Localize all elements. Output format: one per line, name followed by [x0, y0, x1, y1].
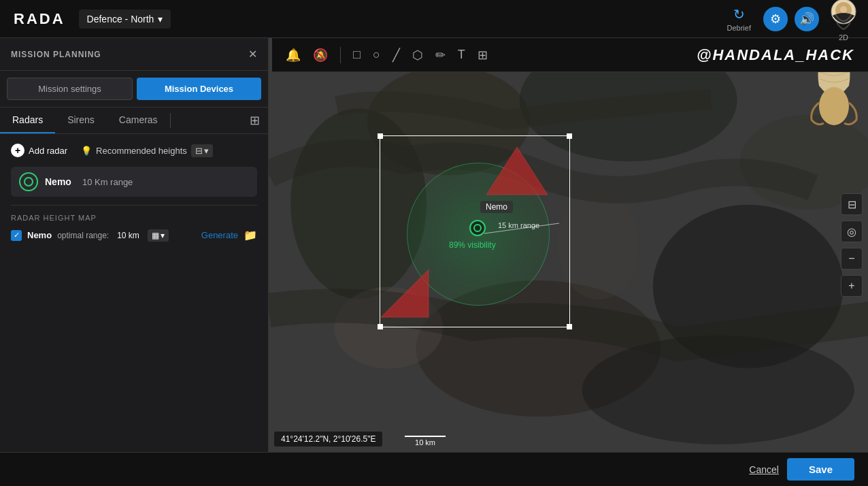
- range-line: 15 km range: [484, 227, 573, 254]
- radars-tab[interactable]: Radars: [0, 108, 55, 133]
- view-mode: 2D: [839, 33, 848, 42]
- debrief-button[interactable]: ↻ Debrief: [722, 3, 756, 35]
- zoom-out-button[interactable]: −: [841, 248, 863, 270]
- pen-tool-icon[interactable]: ✏: [435, 48, 446, 63]
- map-controls: ⊟ ◎ − +: [841, 193, 863, 297]
- radar-name: Nemo: [45, 176, 71, 187]
- sirens-tab[interactable]: Sirens: [55, 108, 107, 133]
- logo: RADA: [0, 10, 79, 28]
- grid-icon: ▦: [152, 231, 159, 240]
- scale-line: [405, 436, 446, 437]
- speaker-icon: 🔊: [799, 12, 814, 27]
- cancel-button[interactable]: Cancel: [749, 464, 779, 475]
- zoom-in-button[interactable]: +: [841, 275, 863, 297]
- svg-point-18: [819, 87, 849, 125]
- minus-icon: −: [848, 253, 854, 265]
- optimal-range-label: optimal range:: [57, 231, 109, 240]
- handle-tl[interactable]: [378, 133, 383, 139]
- handala-watermark: @HANDALA_HACK: [697, 46, 854, 64]
- header: RADA Defence - North ▾ ↻ Debrief ⚙ 🔊: [0, 0, 868, 38]
- gear-icon: ⚙: [770, 12, 781, 27]
- heights-dropdown[interactable]: ⊟ ▾: [191, 144, 213, 157]
- handle-tr[interactable]: [567, 133, 572, 139]
- chevron-down-icon: ▾: [204, 146, 209, 156]
- close-sidebar-button[interactable]: ✕: [248, 48, 257, 61]
- svg-text:15 km range: 15 km range: [498, 221, 539, 229]
- handala-watermark-area: @HANDALA_HACK: [697, 46, 854, 64]
- folder-icon[interactable]: 📁: [244, 229, 257, 242]
- height-map-row: ✓ Nemo optimal range: 10 km ▦ ▾ Generate…: [11, 229, 257, 242]
- radar-dot: [469, 220, 486, 236]
- radar-dot-inner: [473, 224, 482, 232]
- chevron-down-icon: ▾: [161, 231, 165, 240]
- height-map-label: RADAR HEIGHT MAP: [11, 214, 257, 222]
- radar-map-label: Nemo: [480, 201, 513, 213]
- section-divider: [11, 205, 257, 206]
- layers-button[interactable]: ⊟: [841, 193, 863, 215]
- radar-item-nemo[interactable]: Nemo 10 Km range: [11, 167, 257, 197]
- avatar[interactable]: [826, 0, 861, 32]
- bottom-bar: Cancel Save: [0, 452, 868, 486]
- radar-marker[interactable]: Nemo 15 km range 89% visibility: [469, 220, 486, 236]
- visibility-label: 89% visibility: [449, 240, 496, 250]
- refresh-icon: ↻: [733, 6, 745, 22]
- add-radar-row: + Add radar 💡 Recommended heights ⊟ ▾: [11, 144, 257, 157]
- generate-button[interactable]: Generate: [201, 230, 238, 240]
- radar-range: 10 Km range: [82, 177, 133, 187]
- tab-divider: [170, 113, 171, 128]
- checkmark-icon: ✓: [14, 231, 20, 240]
- range-dropdown[interactable]: ▦ ▾: [148, 229, 169, 242]
- text-tool-icon[interactable]: T: [458, 48, 465, 62]
- hexagon-tool-icon[interactable]: ⬡: [412, 48, 423, 63]
- height-map-radar-name: Nemo: [27, 230, 52, 240]
- layers-icon: ⊟: [195, 146, 203, 156]
- audio-button[interactable]: 🔊: [795, 7, 819, 31]
- optimal-range-value: 10 km: [117, 231, 139, 240]
- nemo-checkbox[interactable]: ✓: [11, 230, 22, 241]
- save-button[interactable]: Save: [787, 458, 854, 481]
- settings-button[interactable]: ⚙: [763, 7, 788, 31]
- mission-planning-title: MISSION PLANNING: [11, 50, 101, 59]
- cameras-tab[interactable]: Cameras: [107, 108, 170, 133]
- table-tool-icon[interactable]: ⊞: [478, 48, 488, 63]
- header-right: ↻ Debrief ⚙ 🔊 2D: [722, 0, 868, 42]
- chevron-down-icon: ▾: [158, 14, 163, 25]
- rectangle-tool-icon[interactable]: □: [353, 48, 361, 62]
- toolbar-divider: [340, 47, 341, 63]
- recommended-heights: 💡 Recommended heights ⊟ ▾: [81, 144, 213, 157]
- add-radar-button[interactable]: + Add radar: [11, 144, 67, 157]
- add-tab-button[interactable]: ⊞: [241, 108, 268, 133]
- lightbulb-icon: 💡: [81, 146, 92, 156]
- mission-devices-tab[interactable]: Mission Devices: [137, 78, 261, 100]
- layers-icon: ⊟: [848, 198, 856, 211]
- user-avatar-area: 2D: [826, 0, 861, 42]
- radar-status-icon: [19, 172, 38, 191]
- coordinates-text: 41°24'12.2"N, 2°10'26.5"E: [281, 434, 375, 444]
- plus-icon: +: [848, 280, 854, 292]
- scale-bar: 10 km: [405, 436, 446, 447]
- device-tab-bar: Radars Sirens Cameras ⊞: [0, 108, 268, 134]
- location-button[interactable]: ◎: [841, 221, 863, 242]
- coordinates-bar: 41°24'12.2"N, 2°10'26.5"E: [274, 432, 382, 447]
- handle-br[interactable]: [567, 324, 572, 329]
- bell-icon[interactable]: 🔔: [286, 48, 301, 63]
- mission-settings-tab[interactable]: Mission settings: [7, 78, 133, 100]
- radars-section: + Add radar 💡 Recommended heights ⊟ ▾ Ne…: [0, 134, 268, 251]
- scale-label: 10 km: [415, 438, 435, 447]
- svg-point-2: [840, 6, 847, 13]
- target-icon: ◎: [847, 225, 856, 238]
- sidebar-header: MISSION PLANNING ✕: [0, 38, 268, 71]
- circle-tool-icon[interactable]: ○: [373, 48, 380, 62]
- bell-mute-icon[interactable]: 🔕: [313, 48, 328, 63]
- handle-bl[interactable]: [378, 324, 383, 329]
- line-tool-icon[interactable]: ╱: [393, 48, 400, 63]
- radar-inner-ring: [24, 177, 33, 187]
- toolbar: 🔔 🔕 □ ○ ╱ ⬡ ✏ T ⊞ @HANDALA_HACK: [272, 38, 868, 72]
- plus-icon: +: [11, 144, 24, 157]
- map-area[interactable]: Nemo 15 km range 89% visibility ⊟ ◎ − + …: [269, 38, 868, 452]
- sidebar: MISSION PLANNING ✕ Mission settings Miss…: [0, 38, 269, 452]
- defence-dropdown[interactable]: Defence - North ▾: [79, 10, 171, 29]
